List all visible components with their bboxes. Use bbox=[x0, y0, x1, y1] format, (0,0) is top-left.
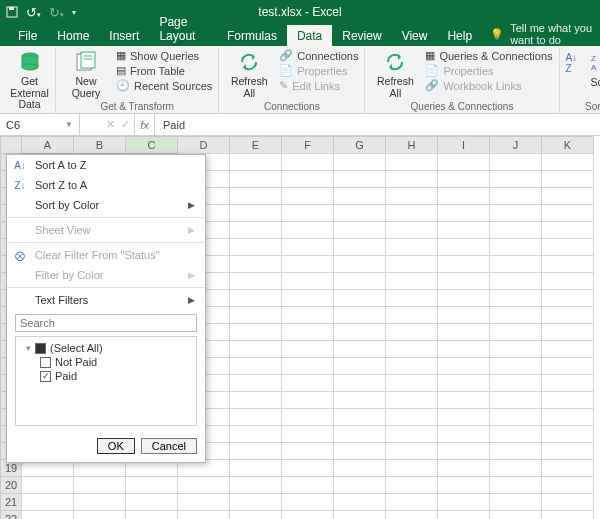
cell[interactable] bbox=[385, 323, 438, 341]
cell[interactable] bbox=[385, 493, 438, 511]
cell[interactable] bbox=[489, 204, 542, 222]
cell[interactable] bbox=[541, 357, 594, 375]
cell[interactable] bbox=[333, 238, 386, 256]
cell[interactable] bbox=[281, 391, 334, 409]
cell[interactable] bbox=[333, 289, 386, 307]
cell[interactable] bbox=[281, 357, 334, 375]
cell[interactable] bbox=[541, 510, 594, 519]
cell[interactable] bbox=[229, 425, 282, 443]
cell[interactable] bbox=[385, 187, 438, 205]
refresh-all-2-button[interactable]: Refresh All bbox=[371, 48, 419, 99]
sort-a-to-z[interactable]: A↓Sort A to Z bbox=[7, 155, 205, 175]
cell[interactable] bbox=[229, 221, 282, 239]
cell[interactable] bbox=[541, 493, 594, 511]
cell[interactable] bbox=[333, 442, 386, 460]
cell[interactable] bbox=[281, 510, 334, 519]
cell[interactable] bbox=[281, 425, 334, 443]
filter-item-paid[interactable]: ✓ Paid bbox=[18, 369, 194, 383]
cell[interactable] bbox=[333, 408, 386, 426]
text-filters[interactable]: Text Filters▶ bbox=[7, 287, 205, 310]
cell[interactable] bbox=[385, 289, 438, 307]
name-box[interactable]: C6▼ bbox=[0, 114, 80, 135]
cell[interactable] bbox=[541, 476, 594, 494]
col-header-k[interactable]: K bbox=[541, 136, 594, 154]
cell[interactable] bbox=[281, 306, 334, 324]
cell[interactable] bbox=[489, 340, 542, 358]
cell[interactable] bbox=[281, 493, 334, 511]
cell[interactable] bbox=[385, 204, 438, 222]
cell[interactable] bbox=[437, 391, 490, 409]
cell[interactable] bbox=[229, 187, 282, 205]
cell[interactable] bbox=[125, 510, 178, 519]
col-header-a[interactable]: A bbox=[21, 136, 74, 154]
cell[interactable] bbox=[437, 425, 490, 443]
cell[interactable] bbox=[489, 187, 542, 205]
cell[interactable] bbox=[333, 221, 386, 239]
cell[interactable] bbox=[489, 221, 542, 239]
cell[interactable] bbox=[281, 255, 334, 273]
cell[interactable] bbox=[333, 255, 386, 273]
cell[interactable] bbox=[541, 170, 594, 188]
cell[interactable] bbox=[281, 204, 334, 222]
cell[interactable] bbox=[281, 238, 334, 256]
tab-file[interactable]: File bbox=[8, 25, 47, 46]
cell[interactable] bbox=[73, 476, 126, 494]
cell[interactable] bbox=[177, 476, 230, 494]
cell[interactable] bbox=[489, 459, 542, 477]
col-header-d[interactable]: D bbox=[177, 136, 230, 154]
cell[interactable] bbox=[229, 340, 282, 358]
cell[interactable] bbox=[229, 170, 282, 188]
cell[interactable] bbox=[385, 510, 438, 519]
cell[interactable] bbox=[281, 374, 334, 392]
formula-value[interactable]: Paid bbox=[155, 119, 193, 131]
cell[interactable] bbox=[489, 510, 542, 519]
chevron-down-icon[interactable]: ▼ bbox=[65, 120, 73, 129]
cell[interactable] bbox=[541, 408, 594, 426]
col-header-b[interactable]: B bbox=[73, 136, 126, 154]
cell[interactable] bbox=[333, 357, 386, 375]
cell[interactable] bbox=[541, 272, 594, 290]
tab-insert[interactable]: Insert bbox=[99, 25, 149, 46]
cell[interactable] bbox=[229, 510, 282, 519]
cell[interactable] bbox=[229, 391, 282, 409]
cell[interactable] bbox=[281, 340, 334, 358]
cell[interactable] bbox=[333, 153, 386, 171]
save-icon[interactable] bbox=[6, 6, 18, 18]
cell[interactable] bbox=[281, 323, 334, 341]
cell[interactable] bbox=[333, 493, 386, 511]
cell[interactable] bbox=[541, 459, 594, 477]
cell[interactable] bbox=[489, 391, 542, 409]
cell[interactable] bbox=[229, 408, 282, 426]
cell[interactable] bbox=[385, 408, 438, 426]
cell[interactable] bbox=[281, 272, 334, 290]
cell[interactable] bbox=[125, 476, 178, 494]
filter-item-select-all[interactable]: ▾ ■ (Select All) bbox=[18, 341, 194, 355]
cell[interactable] bbox=[229, 272, 282, 290]
cell[interactable] bbox=[437, 459, 490, 477]
cell[interactable] bbox=[385, 306, 438, 324]
cell[interactable] bbox=[541, 323, 594, 341]
sort-by-color[interactable]: Sort by Color▶ bbox=[7, 195, 205, 215]
refresh-all-1-button[interactable]: Refresh All bbox=[225, 48, 273, 99]
redo-icon[interactable]: ↻▾ bbox=[49, 5, 64, 20]
cell[interactable] bbox=[333, 459, 386, 477]
cell[interactable] bbox=[333, 170, 386, 188]
cell[interactable] bbox=[489, 442, 542, 460]
qat-customize-icon[interactable]: ▾ bbox=[72, 8, 76, 17]
cell[interactable] bbox=[229, 493, 282, 511]
row-header[interactable]: 22 bbox=[0, 510, 22, 519]
tab-home[interactable]: Home bbox=[47, 25, 99, 46]
cell[interactable] bbox=[437, 153, 490, 171]
cell[interactable] bbox=[333, 204, 386, 222]
cell[interactable] bbox=[281, 442, 334, 460]
cell[interactable] bbox=[333, 425, 386, 443]
tell-me[interactable]: 💡 Tell me what you want to do bbox=[490, 22, 600, 46]
cell[interactable] bbox=[489, 153, 542, 171]
from-table-button[interactable]: ▤From Table bbox=[116, 63, 212, 78]
cell[interactable] bbox=[281, 170, 334, 188]
col-header-j[interactable]: J bbox=[489, 136, 542, 154]
sort-z-to-a[interactable]: Z↓Sort Z to A bbox=[7, 175, 205, 195]
cell[interactable] bbox=[385, 459, 438, 477]
cell[interactable] bbox=[541, 442, 594, 460]
cell[interactable] bbox=[333, 187, 386, 205]
